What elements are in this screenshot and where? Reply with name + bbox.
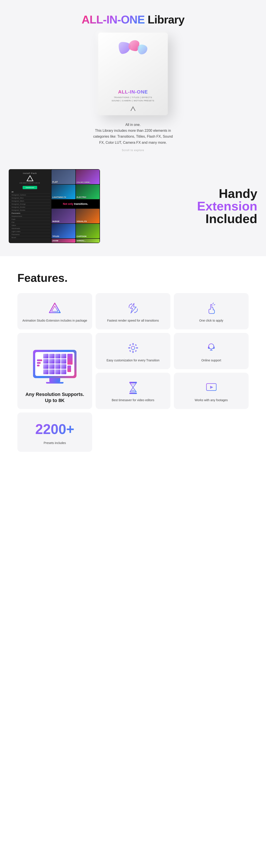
svg-line-5: [213, 303, 213, 304]
ext-heading-line2: Extension: [197, 199, 257, 213]
svg-rect-20: [129, 393, 137, 394]
thumb-cartoon-label: CARTOON: [77, 235, 87, 238]
feature-label-presets: Presets includes: [44, 441, 66, 445]
svg-rect-14: [135, 344, 137, 346]
thumb-titles: TITLES: [52, 224, 75, 238]
svg-rect-13: [135, 350, 137, 352]
svg-line-6: [214, 304, 215, 305]
ext-heading-line1: Handy: [219, 186, 257, 200]
extension-preview: Install Pack ANIMATIONSTUDIO Dashboard A…: [9, 169, 100, 243]
thumb-visual-label: VISUAL FX: [77, 220, 87, 222]
product-box: ALL-IN-ONE TRANSITIONS | TITLES | EFFECT…: [98, 33, 168, 115]
hero-description: All in one. This Library includes more t…: [79, 122, 187, 146]
svg-rect-12: [129, 344, 131, 346]
ext-list-item-all: All: [10, 190, 50, 193]
box-subtitle: TRANSITIONS | TITLES | EFFECTS SOUND | C…: [112, 96, 155, 102]
hero-section: ALL-IN-ONE Library ALL-IN-ONE TRANSITION…: [0, 0, 266, 160]
thumb-titles-label: TITLES: [53, 235, 59, 238]
hero-title: ALL-IN-ONE Library: [4, 13, 262, 26]
features-title: Features.: [18, 271, 248, 284]
ext-list-item-9: Flat: [10, 221, 50, 224]
extension-text: Handy Extension Included: [109, 187, 257, 225]
ext-install-btn: Install Pack: [10, 172, 50, 175]
thumb-lightning-label: LIGHTNING FX: [53, 196, 66, 198]
hero-title-gradient: ALL-IN-ONE: [81, 13, 144, 26]
feature-label-resolution: Any Resolution Supports.Up to 8K: [26, 392, 84, 404]
svg-marker-22: [210, 386, 213, 389]
thumb-cartoon: CARTOON: [76, 224, 100, 238]
box-brand: ALL-IN-ONE: [112, 89, 155, 95]
extension-section: Install Pack ANIMATIONSTUDIO Dashboard A…: [0, 160, 266, 256]
thumb-electric: ELECTRIC: [76, 185, 100, 199]
ext-dashboard-btn[interactable]: Dashboard: [23, 186, 37, 189]
svg-point-7: [131, 346, 135, 350]
ext-list-item-11: Handmade: [10, 227, 50, 230]
ext-list-item-13: Panorama: [10, 233, 50, 236]
ext-list-item-10: Glitch: [10, 224, 50, 227]
thumb-various: VARIOU...: [76, 239, 100, 243]
ext-list-item-8: Fade: [10, 218, 50, 221]
svg-rect-10: [128, 347, 130, 348]
ext-list-item-4: Designed_Grunge: [10, 203, 50, 206]
thumb-not-only: Not only transitions.: [52, 199, 100, 208]
thumb-electric-label: ELECTRIC: [77, 196, 87, 198]
ext-list-item-1: Designed_Cartoon: [10, 193, 50, 196]
svg-rect-15: [129, 350, 131, 352]
feature-card-any-footage: Works with any footages: [174, 373, 248, 409]
ext-list-item-5: Designed_Smoke: [10, 206, 50, 209]
feature-card-online-support: Online support: [174, 333, 248, 369]
feature-card-resolution: Any Resolution Supports.Up to 8K: [18, 333, 92, 409]
feature-label-online-support: Online support: [201, 358, 221, 363]
gear-icon: [127, 342, 139, 354]
presets-count: 2200+: [35, 421, 74, 437]
ext-list-item-7: Displacement: [10, 215, 50, 218]
ext-heading: Handy Extension Included: [109, 187, 257, 225]
thumb-flat: FLAT: [52, 169, 75, 184]
ext-panel-brand: ANIMATIONSTUDIO: [10, 182, 50, 184]
thumb-zoom: ZOOM: [52, 239, 75, 243]
feature-label-any-footage: Works with any footages: [195, 398, 228, 402]
support-icon: [205, 342, 218, 354]
ext-list-item-14: Brush: [10, 236, 50, 239]
features-section: Features. Animation Studio Exten: [0, 256, 266, 465]
feature-card-animation-studio: Animation Studio Extension includes in p…: [18, 293, 92, 330]
thumb-nudge: NUDGE: [52, 209, 75, 223]
triangle-gradient-icon: [48, 302, 61, 315]
scroll-hint: Scroll to explore: [4, 149, 262, 152]
svg-rect-8: [132, 343, 134, 345]
svg-rect-11: [136, 347, 138, 348]
thumb-zoom-label: ZOOM: [53, 240, 58, 242]
ext-list-item-6: Designed_Smoke: [10, 209, 50, 212]
ext-heading-line3: Included: [206, 212, 257, 226]
play-icon: [205, 381, 218, 395]
feature-card-one-click: One click to apply: [174, 293, 248, 330]
thumb-color-label: COLOR CORRE...: [77, 181, 91, 183]
thumb-nudge-label: NUDGE: [53, 220, 60, 222]
feature-label-easy-customization: Easy customization for every Transition: [106, 358, 160, 363]
thumb-visual: VISUAL FX: [76, 209, 100, 223]
feature-card-timesaver: Best timesaver for video editors: [96, 373, 170, 409]
hero-title-black: Library: [145, 13, 185, 26]
feature-label-render-speed: Fastest render speed for all transitions: [107, 318, 159, 323]
not-only-text: Not only transitions.: [63, 203, 88, 206]
ext-list-item-2: Designed_Slice: [10, 196, 50, 199]
click-icon: [205, 302, 218, 315]
ext-list-item-12: Light Leaks: [10, 230, 50, 233]
feature-label-animation-studio: Animation Studio Extension includes in p…: [22, 318, 87, 323]
feature-card-easy-customization: Easy customization for every Transition: [96, 333, 170, 369]
ext-list-item-3: Designed_Stitch: [10, 199, 50, 203]
thumb-lightning: LIGHTNING FX: [52, 185, 75, 199]
monitor-illustration: [33, 350, 76, 383]
feature-label-timesaver: Best timesaver for video editors: [112, 398, 154, 402]
feature-label-one-click: One click to apply: [199, 318, 223, 323]
svg-rect-9: [132, 351, 134, 353]
thumb-various-label: VARIOU...: [77, 240, 86, 242]
speed-icon: [127, 302, 139, 315]
feature-card-presets: 2200+ Presets includes: [18, 412, 92, 452]
box-triangle-icon: [130, 106, 136, 111]
feature-card-render-speed: Fastest render speed for all transitions: [96, 293, 170, 330]
thumb-color: COLOR CORRE...: [76, 169, 100, 184]
features-grid: Animation Studio Extension includes in p…: [18, 293, 248, 452]
hourglass-icon: [127, 381, 139, 395]
thumb-flat-label: FLAT: [53, 181, 58, 183]
